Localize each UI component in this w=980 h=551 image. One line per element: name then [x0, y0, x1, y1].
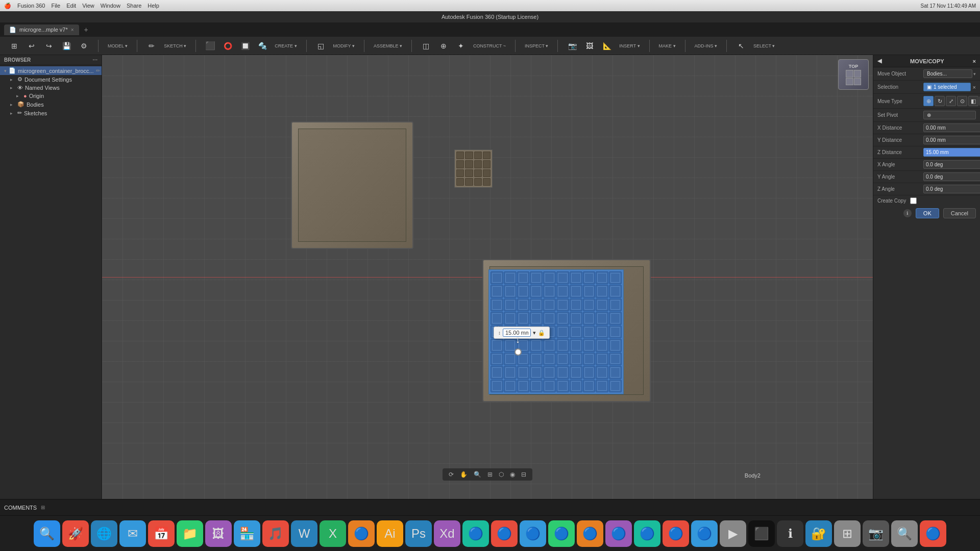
browser-item-docsettings[interactable]: ▸ ⚙ Document Settings: [0, 75, 102, 84]
browser-item-origin[interactable]: ▸ ● Origin: [0, 92, 102, 100]
distance-tooltip[interactable]: ↕ ▾ 🔒: [494, 327, 550, 339]
vp-display-button[interactable]: ◉: [508, 470, 517, 479]
browser-item-sketches[interactable]: ▸ ✏ Sketches: [0, 109, 102, 117]
dock-screencapture[interactable]: 📷: [863, 520, 889, 547]
dock-illustrator[interactable]: Ai: [377, 520, 403, 547]
browser-item-bodies[interactable]: ▸ 📦 Bodies: [0, 100, 102, 109]
dock-app5[interactable]: 🔵: [577, 520, 603, 547]
move-pivot-circle[interactable]: [514, 348, 522, 356]
y-distance-input[interactable]: [923, 136, 980, 144]
dock-safari[interactable]: 🌐: [91, 520, 117, 547]
dock-filemerge[interactable]: ⊞: [834, 520, 861, 547]
sketch-dropdown[interactable]: SKETCH ▾: [161, 42, 189, 49]
comments-expand-icon[interactable]: ⊞: [41, 505, 45, 510]
add-tab-button[interactable]: +: [81, 24, 91, 35]
insert-icon2[interactable]: 🖼: [581, 41, 598, 51]
save-button[interactable]: 💾: [58, 41, 75, 51]
create-copy-checkbox[interactable]: [910, 197, 917, 204]
selection-value[interactable]: ▣ 1 selected: [923, 83, 971, 91]
vp-viewcube-button[interactable]: ⬡: [497, 470, 506, 479]
vp-orbit-button[interactable]: ⟳: [447, 470, 456, 479]
dock-istat[interactable]: ℹ: [777, 520, 803, 547]
dock-dashlane[interactable]: 🔐: [805, 520, 832, 547]
dock-app9[interactable]: 🔵: [691, 520, 718, 547]
move-type-face-button[interactable]: ◧: [968, 96, 978, 106]
browser-item-namedviews[interactable]: ▸ 👁 Named Views: [0, 84, 102, 92]
dock-xd[interactable]: Xd: [434, 520, 460, 547]
fillet-icon[interactable]: ◱: [313, 41, 329, 51]
y-angle-input[interactable]: [923, 172, 980, 181]
nav-cube[interactable]: TOP Select: [838, 59, 869, 90]
browser-item-root[interactable]: ▾ 📄 microgreen_container_brocc... ✏: [0, 66, 102, 75]
tab-close-button[interactable]: ×: [71, 27, 74, 33]
dock-terminal[interactable]: ⬛: [748, 520, 775, 547]
dock-app10[interactable]: 🔵: [920, 520, 946, 547]
edit-icon[interactable]: ✏: [96, 68, 100, 73]
z-distance-input[interactable]: [923, 148, 980, 157]
grid-button[interactable]: ⊞: [6, 41, 22, 51]
help-menu[interactable]: Help: [148, 3, 159, 9]
vp-fit-button[interactable]: ⊞: [485, 470, 495, 479]
edit-menu[interactable]: Edit: [66, 3, 76, 9]
move-type-rotate-button[interactable]: ↻: [935, 96, 945, 106]
dock-launchpad[interactable]: 🚀: [62, 520, 89, 547]
settings-button[interactable]: ⚙: [76, 41, 92, 51]
thread-icon[interactable]: 🔩: [254, 41, 271, 51]
browser-expand-icon[interactable]: ⋯: [92, 57, 97, 63]
move-arrow-down-icon[interactable]: ↓: [516, 335, 520, 345]
fusion-menu[interactable]: Fusion 360: [17, 3, 45, 9]
dock-app6[interactable]: 🔵: [605, 520, 632, 547]
point-icon[interactable]: ✦: [453, 41, 469, 51]
dock-calendar[interactable]: 📅: [148, 520, 175, 547]
extrude-icon[interactable]: ⬛: [202, 41, 218, 51]
dock-appstore[interactable]: 🏪: [234, 520, 260, 547]
make-dropdown[interactable]: MAKE ▾: [656, 42, 679, 49]
assemble-dropdown[interactable]: ASSEMBLE ▾: [371, 42, 405, 49]
window-menu[interactable]: Window: [101, 3, 120, 9]
vp-zoom-button[interactable]: 🔍: [472, 470, 483, 479]
set-pivot-value[interactable]: ⊕: [923, 111, 976, 119]
cancel-button[interactable]: Cancel: [943, 208, 976, 218]
dock-itunes[interactable]: 🎵: [262, 520, 289, 547]
large-box-object[interactable]: [291, 121, 413, 249]
inspect-dropdown[interactable]: INSPECT ▾: [522, 42, 551, 49]
plane-icon[interactable]: ◫: [418, 41, 434, 51]
select-dropdown[interactable]: SELECT ▾: [750, 42, 778, 49]
redo-button[interactable]: ↪: [41, 41, 57, 51]
move-type-translate-button[interactable]: ⊕: [923, 96, 934, 106]
viewport[interactable]: ← ↕ ▾ 🔒 ↓ TOP: [102, 55, 873, 499]
dock-finder3[interactable]: 🔍: [891, 520, 918, 547]
dock-app1[interactable]: 🔵: [462, 520, 489, 547]
lock-icon[interactable]: 🔒: [538, 330, 545, 336]
file-menu[interactable]: File: [51, 3, 60, 9]
insert-dropdown[interactable]: INSERT ▾: [616, 42, 643, 49]
x-distance-input[interactable]: [923, 123, 980, 132]
select-icon[interactable]: ↖: [733, 41, 749, 51]
addins-dropdown[interactable]: ADD-INS ▾: [692, 42, 721, 49]
dock-app7[interactable]: 🔵: [634, 520, 660, 547]
axis-icon[interactable]: ⊕: [435, 41, 452, 51]
move-type-scale-button[interactable]: ⤢: [946, 96, 956, 106]
dock-app2[interactable]: 🔵: [491, 520, 518, 547]
dock-finder2[interactable]: 📁: [177, 520, 203, 547]
undo-button[interactable]: ↩: [23, 41, 40, 51]
dock-photoshop[interactable]: Ps: [405, 520, 432, 547]
document-tab[interactable]: 📄 microgre...mple v7* ×: [4, 24, 79, 35]
create-dropdown[interactable]: CREATE ▾: [272, 42, 300, 49]
move-type-point-button[interactable]: ⊙: [957, 96, 967, 106]
dock-finder[interactable]: 🔍: [34, 520, 60, 547]
vp-pan-button[interactable]: ✋: [458, 470, 470, 479]
dock-photos[interactable]: 🖼: [205, 520, 232, 547]
insert-icon3[interactable]: 📐: [599, 41, 615, 51]
move-object-arrow-icon[interactable]: ▾: [973, 71, 976, 77]
info-icon[interactable]: ℹ: [903, 209, 912, 217]
z-angle-input[interactable]: [923, 185, 980, 193]
dock-excel[interactable]: X: [320, 520, 346, 547]
share-menu[interactable]: Share: [127, 3, 141, 9]
panel-close-icon[interactable]: ×: [973, 58, 976, 64]
sketch-icon1[interactable]: ✏: [143, 41, 160, 51]
dock-chrome[interactable]: 🔵: [348, 520, 375, 547]
hole-icon[interactable]: 🔲: [237, 41, 253, 51]
apple-menu[interactable]: 🍎: [4, 3, 11, 9]
small-grid-object[interactable]: [454, 149, 493, 188]
